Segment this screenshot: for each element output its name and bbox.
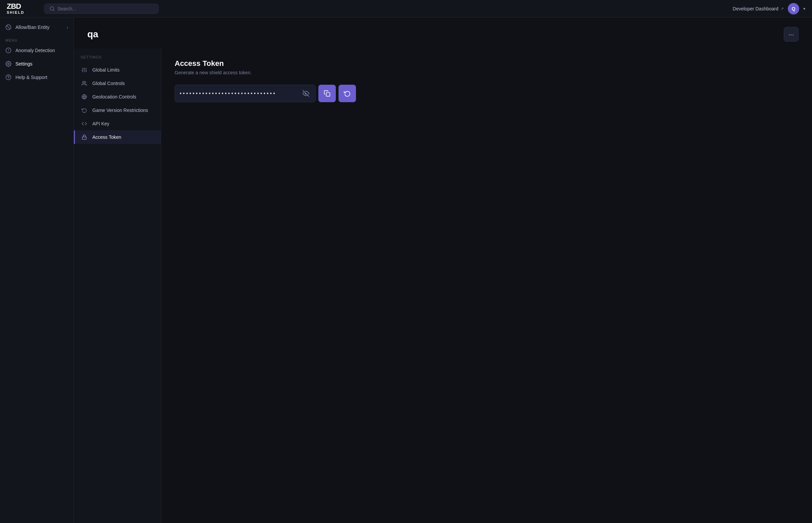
submenu-item-game-version[interactable]: Game Version Restrictions [74, 104, 161, 117]
sidebar: Allow/Ban Entity › Menu Anomaly Detectio… [0, 17, 74, 523]
sliders-icon [81, 67, 88, 73]
toggle-visibility-button[interactable] [301, 89, 310, 98]
submenu-game-version-label: Game Version Restrictions [92, 108, 148, 113]
lock-icon [81, 134, 88, 140]
sidebar-help-label: Help & Support [16, 75, 48, 80]
main-panel: Access Token Generate a new shield acces… [161, 49, 812, 523]
history-icon [81, 108, 88, 113]
external-link-icon: ↗ [780, 6, 784, 11]
avatar-chevron-icon[interactable]: ▾ [803, 6, 805, 11]
allowban-icon [5, 24, 12, 30]
anomaly-icon [5, 48, 12, 53]
sidebar-anomaly-label: Anomaly Detection [16, 48, 55, 53]
search-bar[interactable] [44, 4, 158, 14]
topnav: ZBD SHIELD Developer Dashboard ↗ Q ▾ [0, 0, 812, 17]
content-header: qa ··· [74, 17, 812, 49]
avatar[interactable]: Q [788, 3, 799, 15]
sidebar-allowban-label: Allow/Ban Entity [16, 24, 49, 30]
svg-line-3 [7, 25, 11, 29]
svg-rect-24 [326, 93, 330, 96]
submenu-item-global-controls[interactable]: Global Controls [74, 77, 161, 90]
sidebar-item-settings[interactable]: Settings [0, 57, 74, 71]
settings-icon [5, 61, 12, 67]
submenu-global-limits-label: Global Limits [92, 67, 119, 73]
users-icon [81, 81, 88, 86]
more-options-button[interactable]: ··· [784, 27, 798, 42]
dev-dashboard-link[interactable]: Developer Dashboard ↗ [733, 6, 784, 12]
submenu-item-access-token[interactable]: Access Token [74, 130, 161, 144]
refresh-token-button[interactable] [339, 85, 356, 102]
svg-rect-22 [82, 137, 86, 139]
submenu-access-token-label: Access Token [92, 134, 121, 140]
submenu-item-api-key[interactable]: API Key [74, 117, 161, 130]
token-row [175, 85, 356, 102]
settings-submenu: Settings Global Limits [74, 49, 161, 523]
sidebar-settings-label: Settings [16, 61, 33, 67]
search-input[interactable] [57, 6, 153, 12]
submenu-geolocation-label: Geolocation Controls [92, 94, 136, 100]
svg-line-1 [53, 10, 54, 11]
content-body: Settings Global Limits [74, 49, 812, 523]
svg-point-7 [8, 63, 10, 65]
content-area: qa ··· Settings Global Limits [74, 17, 812, 523]
sidebar-menu-label: Menu [0, 34, 74, 44]
submenu-item-global-limits[interactable]: Global Limits [74, 63, 161, 77]
submenu-item-geolocation[interactable]: Geolocation Controls [74, 90, 161, 104]
sidebar-item-help[interactable]: Help & Support [0, 71, 74, 84]
refresh-icon [344, 90, 351, 97]
submenu-api-key-label: API Key [92, 121, 110, 126]
chevron-right-icon: › [67, 25, 68, 30]
eye-off-icon [303, 90, 309, 97]
access-token-title: Access Token [175, 59, 798, 68]
logo-zbd: ZBD [7, 3, 24, 10]
logo-shield: SHIELD [7, 11, 24, 15]
token-input-wrapper [175, 85, 316, 102]
help-icon [5, 74, 12, 80]
globe-icon [81, 94, 88, 100]
nav-right: Developer Dashboard ↗ Q ▾ [733, 3, 805, 15]
submenu-section-label: Settings [74, 54, 161, 63]
submenu-global-controls-label: Global Controls [92, 81, 125, 86]
sidebar-item-anomaly[interactable]: Anomaly Detection [0, 44, 74, 57]
copy-icon [324, 90, 331, 97]
svg-point-19 [82, 82, 84, 83]
search-icon [49, 6, 55, 12]
code-icon [81, 121, 88, 126]
token-input[interactable] [180, 90, 301, 96]
logo: ZBD SHIELD [7, 3, 34, 15]
sidebar-item-allowban[interactable]: Allow/Ban Entity › [0, 20, 74, 34]
access-token-description: Generate a new shield access token. [175, 70, 798, 75]
page-title: qa [87, 29, 98, 40]
copy-token-button[interactable] [318, 85, 336, 102]
